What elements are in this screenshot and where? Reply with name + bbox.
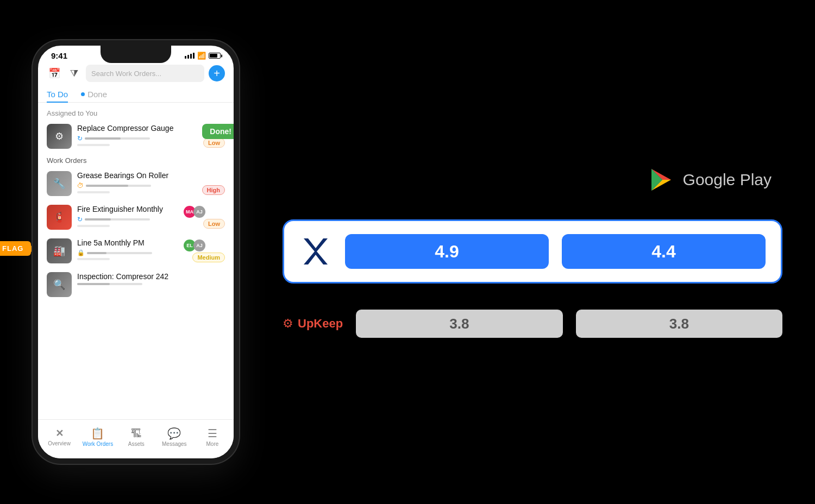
wo-sub-bar-line5 — [77, 258, 110, 260]
tab-done[interactable]: Done — [81, 86, 107, 102]
wo-info-inspection: Inspection: Compresor 242 — [77, 272, 225, 287]
nav-overview-icon: ✕ — [55, 427, 64, 439]
flag-badge: FLAG — [0, 241, 31, 256]
nav-overview[interactable]: ✕ Overview — [45, 427, 74, 446]
filter-icon[interactable]: ⧩ — [66, 66, 82, 81]
nav-more[interactable]: ☰ More — [197, 427, 227, 447]
wo-card-line5[interactable]: 🏭 Line 5a Monthly PM 🔒 — [38, 234, 234, 268]
signal-bar-2 — [187, 55, 189, 59]
google-play-label: Google Play — [683, 171, 772, 189]
rating-card: 4.9 4.4 — [283, 219, 782, 284]
wo-card-inspection[interactable]: 🔍 Inspection: Compresor 242 — [38, 268, 234, 301]
wo-card-extinguisher[interactable]: 🧯 Fire Extinguisher Monthly ↻ — [38, 200, 234, 234]
nav-workorders-icon: 📋 — [91, 427, 104, 440]
wo-card-compressor[interactable]: ⚙ Replace Compressor Gauge ↻ — [38, 119, 234, 153]
wo-thumb-line5: 🏭 — [47, 238, 72, 263]
priority-badge-high: High — [202, 185, 225, 195]
wo-thumb-extinguisher: 🧯 — [47, 205, 72, 230]
tab-todo[interactable]: To Do — [47, 86, 68, 102]
status-icons: 📶 — [185, 52, 221, 60]
upkeep-score-right: 3.8 — [576, 310, 782, 338]
nav-workorders-label: Work Orders — [83, 441, 114, 447]
nav-workorders[interactable]: 📋 Work Orders — [83, 427, 114, 447]
upkeep-row: ⚙ UpKeep 3.8 3.8 — [283, 310, 782, 338]
wo-thumb-compressor: ⚙ — [47, 124, 72, 149]
nav-more-label: More — [206, 441, 219, 447]
wo-progress-row-insp — [77, 283, 225, 285]
upkeep-score-left: 3.8 — [356, 310, 562, 338]
battery-fill — [210, 54, 217, 58]
progress-bar-bg — [85, 137, 150, 140]
nav-assets[interactable]: 🏗 Assets — [121, 427, 151, 447]
rating-score-right: 4.4 — [562, 234, 766, 269]
wo-sub-row-ext — [77, 225, 225, 227]
nav-overview-label: Overview — [48, 440, 71, 446]
search-input[interactable]: Search Work Orders... — [86, 65, 204, 82]
right-panel: Google Play 4.9 4.4 ⚙ UpKeep 3.8 — [239, 166, 782, 338]
phone-tabs: To Do Done — [38, 86, 234, 103]
progress-bar-bg-bearings — [86, 185, 151, 187]
phone-notch — [101, 46, 171, 63]
done-bubble: Done! — [202, 124, 234, 139]
nav-messages-label: Messages — [162, 441, 187, 447]
wo-card-bearings[interactable]: 🔧 Grease Bearings On Roller ⏱ — [38, 167, 234, 200]
assigned-section-label: Assigned to You — [38, 107, 234, 119]
google-play-row: Google Play — [283, 166, 782, 193]
upkeep-logo: ⚙ UpKeep — [283, 317, 343, 331]
progress-bar-bg-ext — [85, 218, 150, 220]
upkeep-gear-icon: ⚙ — [283, 317, 293, 331]
wo-thumb-bearings: 🔧 — [47, 171, 72, 196]
x-logo — [299, 235, 332, 268]
progress-bar-bg-insp — [77, 283, 142, 285]
progress-bar-fill-insp — [77, 283, 110, 285]
google-play-icon — [647, 166, 674, 193]
lock-icon: 🔒 — [77, 249, 85, 256]
priority-badge-medium: Medium — [192, 253, 225, 262]
wo-title-inspection: Inspection: Compresor 242 — [77, 272, 225, 281]
signal-bars-icon — [185, 53, 195, 59]
phone-content: Assigned to You ⚙ Replace Compressor Gau… — [38, 103, 234, 306]
phone-nav: ✕ Overview 📋 Work Orders 🏗 Assets 💬 Mess… — [38, 419, 234, 458]
phone: 9:41 📶 📅 ⧩ Sear — [33, 40, 239, 464]
work-orders-section-label: Work Orders — [38, 153, 234, 167]
priority-badge-low-ext: Low — [203, 219, 225, 229]
clock-icon: ⏱ — [77, 182, 84, 190]
nav-assets-label: Assets — [128, 441, 145, 447]
wifi-icon: 📶 — [197, 52, 206, 60]
nav-assets-icon: 🏗 — [131, 427, 142, 440]
signal-bar-4 — [193, 53, 195, 59]
avatar-aj2: AJ — [193, 240, 205, 251]
wo-title-bearings: Grease Bearings On Roller — [77, 171, 225, 180]
phone-wrapper: FLAG 9:41 📶 — [33, 40, 239, 464]
refresh-icon: ↻ — [77, 135, 83, 142]
calendar-icon[interactable]: 📅 — [47, 66, 62, 81]
nav-messages-icon: 💬 — [167, 427, 181, 440]
progress-bar-fill-ext — [85, 218, 111, 220]
battery-icon — [209, 53, 221, 59]
progress-bar-fill — [85, 137, 121, 140]
rating-score-left: 4.9 — [345, 234, 549, 269]
avatar-aj: AJ — [193, 206, 205, 218]
status-time: 9:41 — [51, 51, 67, 60]
add-button[interactable]: + — [209, 65, 225, 81]
phone-topbar: 📅 ⧩ Search Work Orders... + — [38, 62, 234, 86]
wo-sub-row — [77, 144, 225, 146]
nav-more-icon: ☰ — [208, 427, 217, 440]
tab-done-dot — [81, 92, 85, 96]
priority-badge-low: Low — [203, 138, 225, 148]
nav-messages[interactable]: 💬 Messages — [159, 427, 189, 447]
progress-bar-fill-bearings — [86, 185, 128, 187]
main-container: FLAG 9:41 📶 — [0, 0, 815, 504]
signal-bar-3 — [190, 54, 192, 59]
refresh-icon-ext: ↻ — [77, 216, 83, 223]
wo-sub-bar-ext — [77, 225, 110, 227]
progress-bar-bg-line5 — [87, 252, 152, 254]
wo-thumb-inspection: 🔍 — [47, 272, 72, 297]
wo-avatars-ext: MA AJ — [186, 206, 205, 218]
upkeep-brand-name: UpKeep — [298, 317, 343, 331]
wo-sub-bar-bearings — [77, 191, 110, 193]
signal-bar-1 — [185, 56, 186, 59]
progress-bar-fill-line5 — [87, 252, 106, 254]
wo-avatars-line5: EL AJ — [186, 240, 205, 251]
x-logo-svg — [300, 236, 331, 267]
